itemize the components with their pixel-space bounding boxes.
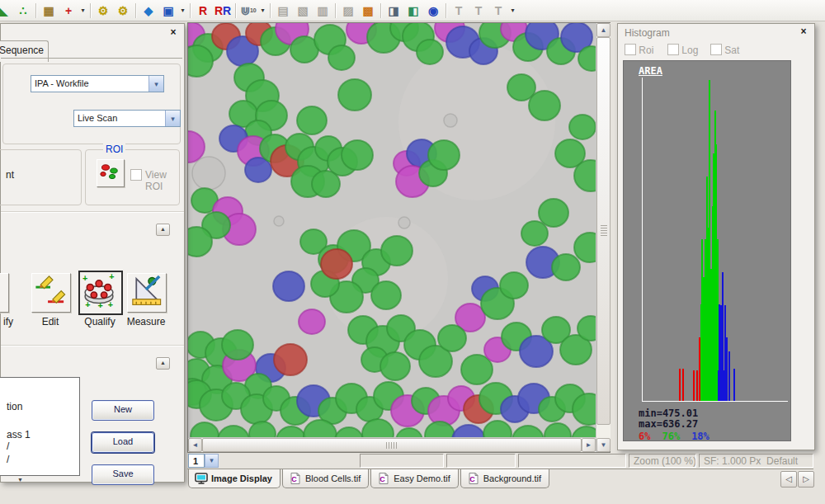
section-scroll-up-button[interactable]: ▲: [156, 224, 170, 236]
vertical-scroll-thumb[interactable]: [596, 37, 610, 425]
measure-tool-button[interactable]: [127, 273, 167, 313]
sample-vial-icon-dropdown[interactable]: ▾: [258, 2, 267, 19]
measure-r-icon[interactable]: R: [193, 2, 213, 20]
tabs-scroll-right-button[interactable]: ▷: [798, 471, 814, 488]
live-scan-dropdown[interactable]: Live Scan ▾: [73, 110, 181, 127]
cell[interactable]: [222, 330, 253, 360]
cell[interactable]: [342, 140, 373, 170]
image-horizontal-scrollbar[interactable]: ◄ ►: [188, 438, 596, 452]
cell[interactable]: [438, 325, 466, 351]
tabs-scroll-left-button[interactable]: ◁: [780, 471, 797, 488]
workfile-dropdown[interactable]: IPA - Workfile ▾: [31, 75, 164, 92]
cell[interactable]: [578, 316, 596, 341]
cell[interactable]: [188, 227, 212, 257]
cropped-launch-icon[interactable]: ◣: [0, 2, 13, 20]
manual-tag-icon-dropdown[interactable]: ▾: [78, 2, 87, 19]
blood-cells-image[interactable]: [188, 23, 596, 437]
roi-button[interactable]: [97, 159, 125, 187]
edit-tool-button[interactable]: [31, 273, 71, 313]
roi-dots-icon: [97, 160, 122, 185]
section-scroll-down-button[interactable]: ▼: [17, 477, 23, 483]
settings-icon: ▨: [338, 2, 358, 20]
histogram-bar-r: [679, 369, 681, 401]
horizontal-scroll-thumb[interactable]: [202, 438, 582, 452]
transfer-image-icon[interactable]: ◧: [403, 2, 423, 20]
load-button[interactable]: Load: [92, 432, 154, 453]
chevron-down-icon[interactable]: ▾: [148, 76, 163, 92]
measure-rr-icon[interactable]: RR: [213, 2, 233, 20]
checkbox-roi[interactable]: Roi: [625, 44, 653, 56]
tab-background-tif[interactable]: CBackground.tif: [460, 469, 549, 488]
scroll-right-button[interactable]: ►: [582, 438, 596, 452]
cell[interactable]: [273, 271, 304, 301]
cell[interactable]: [321, 249, 352, 279]
scatter-plot-icon[interactable]: ▩: [358, 2, 378, 20]
new-button[interactable]: New: [92, 400, 154, 421]
cell[interactable]: [338, 79, 371, 111]
list-item-fragment[interactable]: tion: [7, 401, 22, 412]
scroll-down-button[interactable]: ▼: [596, 438, 610, 452]
list-item-fragment[interactable]: /: [7, 440, 9, 452]
panel-close-button[interactable]: ×: [167, 27, 179, 39]
section-scroll-up-button[interactable]: ▲: [156, 357, 170, 370]
count-size-icon[interactable]: ▦: [39, 2, 59, 20]
chevron-down-icon[interactable]: ▾: [165, 111, 180, 126]
cell[interactable]: [188, 45, 213, 77]
cell[interactable]: [381, 236, 412, 266]
view-roi-checkbox[interactable]: [130, 169, 142, 181]
list-item-fragment[interactable]: ass 1: [7, 429, 31, 440]
tab-image-display[interactable]: Image Display: [188, 469, 280, 488]
cells-canvas[interactable]: [188, 23, 596, 437]
classification-list[interactable]: tionass 1//: [0, 377, 80, 476]
cell[interactable]: [299, 309, 325, 334]
cell[interactable]: [552, 254, 580, 280]
scroll-up-button[interactable]: ▲: [596, 23, 610, 37]
log-checkbox-box[interactable]: [667, 44, 679, 55]
tab-easy-demo-tif[interactable]: CEasy Demo.tif: [370, 469, 458, 488]
image-file-icon: C: [289, 473, 302, 484]
options-gear-icon[interactable]: ⚙: [113, 2, 133, 20]
tab-divider: [1, 58, 182, 59]
cell[interactable]: [539, 199, 568, 227]
manual-tag-icon[interactable]: +: [59, 2, 78, 20]
cell[interactable]: [417, 40, 443, 64]
frame-dropdown-button[interactable]: ▾: [205, 454, 219, 468]
zoom-region-icon[interactable]: ▣: [158, 2, 178, 20]
roi-checkbox-box[interactable]: [625, 44, 636, 55]
measure-tool-label: Measure: [125, 316, 167, 327]
cell[interactable]: [529, 91, 560, 120]
cell[interactable]: [428, 140, 460, 170]
cell[interactable]: [328, 45, 355, 70]
tab-blood-cells-tif[interactable]: CBlood Cells.tif: [282, 469, 369, 488]
cell[interactable]: [500, 272, 528, 299]
split-view-icon[interactable]: ◨: [384, 2, 403, 20]
save-button[interactable]: Save: [92, 464, 154, 485]
qualify-tool-button[interactable]: + + + + +: [78, 271, 123, 315]
sat-checkbox-box[interactable]: [710, 44, 722, 55]
cell[interactable]: [274, 344, 307, 375]
checkbox-log[interactable]: Log: [667, 44, 698, 56]
frame-number-field[interactable]: 1: [188, 454, 205, 468]
cell[interactable]: [380, 352, 410, 380]
tab-sequence[interactable]: Sequence: [0, 40, 49, 62]
new-roi-icon[interactable]: ◆: [139, 2, 158, 20]
cell[interactable]: [569, 115, 596, 139]
cell[interactable]: [312, 171, 340, 197]
zoom-region-icon-dropdown[interactable]: ▾: [178, 2, 187, 19]
segment-dots-icon[interactable]: ∴: [13, 2, 33, 20]
cropped-tool-button[interactable]: [0, 273, 9, 313]
histogram-bar-b: [726, 337, 728, 401]
sample-vial-icon[interactable]: ⋓10: [238, 2, 258, 20]
scroll-left-button[interactable]: ◄: [188, 438, 202, 452]
cell[interactable]: [371, 281, 401, 309]
checkbox-sat[interactable]: Sat: [710, 44, 739, 56]
macro-gear-icon[interactable]: ⚙: [93, 2, 113, 20]
histogram-close-button[interactable]: ×: [798, 26, 809, 38]
histogram-bar-b: [733, 369, 735, 401]
image-vertical-scrollbar[interactable]: ▲ ▼: [596, 23, 610, 451]
cell[interactable]: [297, 106, 327, 134]
link-points-icon[interactable]: ◉: [423, 2, 443, 20]
status-zoom: Zoom (100 %): [629, 454, 696, 468]
list-item-fragment[interactable]: /: [7, 454, 9, 465]
cell[interactable]: [521, 221, 548, 246]
